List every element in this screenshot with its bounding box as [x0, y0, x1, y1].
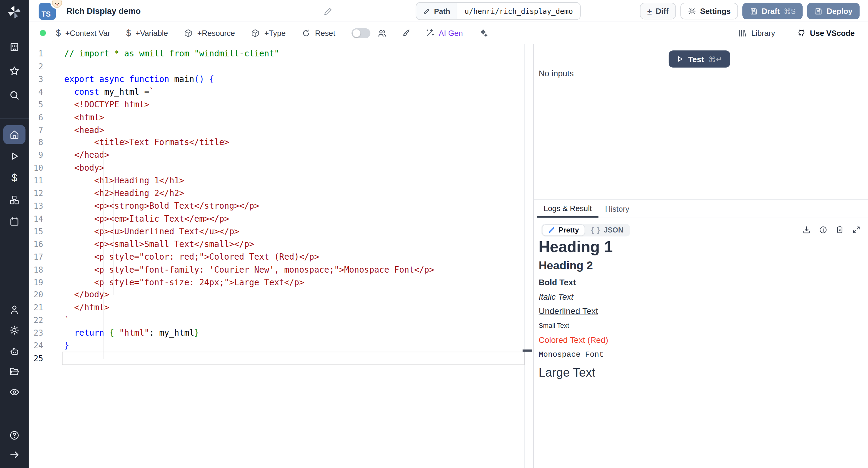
editor-toolbar: $ +Context Var $ +Variable +Resource +Ty…	[29, 22, 868, 44]
add-resource-button[interactable]: +Resource	[184, 29, 235, 37]
sidebar-item-settings[interactable]	[3, 321, 25, 339]
settings-button[interactable]: Settings	[680, 3, 738, 19]
code-text: `	[64, 314, 69, 327]
editor-line[interactable]: 3export async function main() {	[29, 73, 524, 86]
code-text: <p><small>Small Text</small></p>	[64, 238, 254, 251]
users-icon	[377, 28, 387, 38]
line-number: 18	[29, 264, 64, 276]
deploy-button[interactable]: Deploy	[807, 3, 860, 19]
code-text: <head>	[64, 124, 104, 137]
editor-line[interactable]: 5 <!DOCTYPE html>	[29, 98, 524, 111]
diff-button[interactable]: ± Diff	[640, 3, 676, 19]
editor-line[interactable]: 4 const my_html =`	[29, 86, 524, 98]
line-number: 3	[29, 73, 64, 86]
code-text: </head>	[64, 149, 109, 162]
sidebar-item-search[interactable]	[3, 86, 25, 105]
info-icon[interactable]	[819, 226, 828, 234]
sidebar-item-users[interactable]	[3, 300, 25, 319]
building-icon	[9, 41, 20, 53]
github-icon	[796, 28, 805, 38]
path-label: Path	[434, 7, 450, 16]
result-block-large: Large Text	[538, 364, 854, 381]
tab-logs-result[interactable]: Logs & Result	[537, 200, 598, 218]
collaborators-button[interactable]	[377, 28, 387, 38]
sidebar-item-favorites[interactable]	[3, 61, 25, 80]
draft-button[interactable]: Draft ⌘S	[742, 3, 803, 19]
diff-icon: ±	[647, 7, 652, 16]
add-type-button[interactable]: +Type	[251, 29, 286, 37]
code-text: <p style="color: red;">Colored Text (Red…	[64, 251, 319, 264]
add-context-var-button[interactable]: $ +Context Var	[56, 28, 110, 38]
sparkles-icon[interactable]	[479, 28, 488, 38]
editor-line[interactable]: 6 <html>	[29, 111, 524, 124]
line-number: 9	[29, 149, 64, 162]
sidebar-item-schedules[interactable]	[3, 212, 25, 231]
result-toolbar: Pretty { } JSON	[534, 223, 868, 237]
windmill-logo-icon[interactable]	[7, 5, 22, 20]
line-number: 10	[29, 162, 64, 175]
path-value[interactable]: u/henri/rich_display_demo	[458, 3, 580, 19]
dollar-icon: $	[11, 173, 17, 183]
editor-line[interactable]: 1// import * as wmill from "windmill-cli…	[29, 48, 524, 60]
use-vscode-button[interactable]: Use VScode	[796, 28, 855, 38]
edit-title-icon[interactable]	[323, 7, 333, 19]
test-button[interactable]: Test ⌘↵	[669, 50, 730, 67]
line-number: 8	[29, 137, 64, 149]
pretty-option[interactable]: Pretty	[542, 225, 584, 235]
package-icon	[251, 29, 260, 37]
line-number: 20	[29, 289, 64, 301]
code-text: <p style="font-size: 24px;">Large Text</…	[64, 276, 304, 289]
sidebar-divider	[0, 118, 29, 118]
run-panel: Test ⌘↵ No inputs Logs & Result History …	[533, 44, 868, 468]
result-block-italic: Italic Text	[538, 291, 854, 302]
sidebar-item-resources[interactable]	[3, 191, 25, 209]
sidebar-item-variables[interactable]: $	[3, 168, 25, 187]
editor-line[interactable]: 2	[29, 60, 524, 73]
blocks-icon	[9, 195, 20, 206]
line-number: 11	[29, 175, 64, 187]
ai-gen-button[interactable]: AI Gen	[425, 28, 463, 38]
save-icon	[749, 7, 758, 16]
sidebar-item-folders[interactable]	[3, 362, 25, 381]
copy-result-icon[interactable]	[835, 226, 844, 234]
search-icon	[9, 90, 20, 101]
tab-history[interactable]: History	[598, 200, 636, 218]
sidebar-item-workers[interactable]	[3, 342, 25, 360]
page-title: Rich Display demo	[66, 6, 141, 16]
no-inputs-text: No inputs	[538, 69, 574, 78]
line-number: 15	[29, 225, 64, 238]
line-number: 17	[29, 251, 64, 264]
view-mode-switch: Pretty { } JSON	[541, 224, 630, 236]
path-field[interactable]: Path u/henri/rich_display_demo	[415, 2, 581, 20]
code-text: const my_html =`	[64, 86, 154, 98]
line-number: 25	[29, 352, 64, 365]
add-variable-button[interactable]: $ +Variable	[126, 28, 168, 38]
code-editor[interactable]: 1// import * as wmill from "windmill-cli…	[29, 44, 525, 468]
sidebar-item-home[interactable]	[3, 125, 25, 144]
reset-button[interactable]: Reset	[302, 29, 335, 37]
sidebar-item-workspace[interactable]	[3, 38, 25, 56]
sidebar-item-help[interactable]	[3, 426, 25, 444]
code-text: <p><strong>Bold Text</strong></p>	[64, 200, 259, 213]
line-number: 14	[29, 213, 64, 225]
library-button[interactable]: Library	[738, 29, 775, 37]
editor-line[interactable]: 7 <head>	[29, 124, 524, 137]
overview-ruler-cursor	[523, 350, 532, 352]
json-option[interactable]: { } JSON	[586, 225, 629, 235]
home-icon	[9, 129, 20, 140]
braces-icon: { }	[591, 226, 600, 234]
star-icon	[9, 65, 20, 77]
result-block-h1: Heading 1	[538, 238, 854, 256]
expand-icon[interactable]	[852, 226, 861, 234]
calendar-icon	[9, 216, 20, 227]
sidebar-item-audit-logs[interactable]	[3, 383, 25, 401]
format-button[interactable]	[401, 28, 410, 38]
code-text: <h2>Heading 2</h2>	[64, 187, 184, 200]
download-result-icon[interactable]	[802, 226, 811, 234]
current-line-highlight	[62, 352, 525, 365]
sidebar-item-runs[interactable]	[3, 147, 25, 166]
diff-mode-toggle[interactable]	[351, 28, 370, 38]
sidebar-item-expand[interactable]	[3, 445, 25, 464]
result-block-h2: Heading 2	[538, 258, 854, 272]
result-tabs: Logs & Result History	[534, 200, 868, 218]
